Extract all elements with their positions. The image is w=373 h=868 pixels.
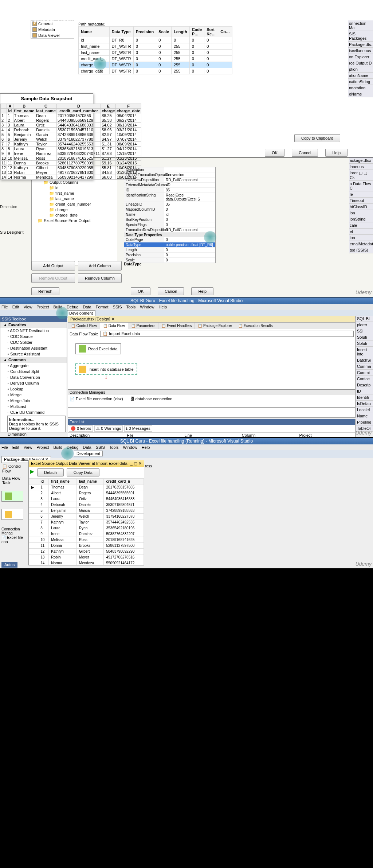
progress-tab-cut: ress — [145, 464, 152, 468]
sample-data-snapshot-window: Sample Data Snapshot ABCDEF idfirst_name… — [0, 93, 93, 180]
errors-tab[interactable]: 🔴 0 Errors — [69, 425, 93, 432]
conn-excel[interactable]: 📄 Excel file connection (xlsx) — [70, 397, 123, 401]
folder-icon — [32, 27, 37, 32]
db-icon — [79, 366, 86, 373]
tab-controlflow[interactable]: 📋 Control Flow — [1, 463, 28, 474]
visual-studio-running: SQL BI Guru - Excel file handling (Runni… — [0, 437, 373, 568]
dft-label: Data Flow Task: — [1, 474, 28, 487]
io-tree[interactable]: 📁 Excel Source Output📁 External Columns📁… — [31, 167, 117, 265]
vs-toolbar[interactable]: Development — [0, 450, 373, 458]
help-button[interactable]: Help — [325, 149, 348, 157]
dv-title: Excel Source Output Data Viewer at Impor… — [31, 461, 127, 466]
conn-db[interactable]: 🗄 database connection — [130, 397, 173, 401]
play-icon[interactable]: ▶ — [30, 468, 34, 476]
dtprops-category: Data Type Properties — [124, 233, 215, 237]
folder-icon — [32, 33, 37, 38]
conn-header: Connection Managers — [68, 390, 355, 395]
db-icon — [5, 511, 12, 518]
ok-button[interactable]: OK — [131, 287, 150, 295]
config-dropdown[interactable]: Development — [74, 451, 103, 456]
error-arrow-icon: ↓ — [105, 374, 107, 380]
vs-menubar[interactable]: FileEditViewProjectBuildDebugDataFormatS… — [0, 304, 373, 310]
connection-managers[interactable]: Connection Managers 📄 Excel file connect… — [68, 389, 356, 408]
refresh-button[interactable]: Refresh — [31, 287, 59, 295]
udemy-watermark: Udemy — [356, 289, 372, 295]
udemy-watermark: Udemy — [356, 430, 372, 436]
property-grid[interactable]: Description ErrorOrTruncationOperationCo… — [124, 167, 216, 263]
udemy-watermark: Udemy — [356, 561, 372, 567]
tree-metadata[interactable]: Metadata — [31, 27, 74, 32]
common-category[interactable]: ▲ Common — [0, 357, 67, 363]
dft-label: Data Flow Task: — [70, 332, 98, 336]
close-icon[interactable]: ✕ — [138, 461, 142, 466]
read-excel-task[interactable]: Read Excel data — [75, 343, 121, 354]
vs-titlebar: SQL BI Guru - Excel file handling (Runni… — [0, 438, 373, 444]
data-viewer-window[interactable]: Excel Source Output Data Viewer at Impor… — [28, 460, 144, 565]
add-output-button[interactable]: Add Output — [31, 261, 75, 270]
read-excel-task[interactable] — [1, 491, 23, 502]
cancel-button[interactable]: Cancel — [158, 287, 184, 295]
datatype-desc: DataType — [124, 262, 142, 266]
error-list-panel[interactable]: Error List 🔴 0 Errors ⚠ 0 Warnings ℹ 0 M… — [68, 419, 356, 437]
visual-studio-design: SQL BI Guru - Excel file handling - Micr… — [0, 297, 373, 437]
excel-icon — [5, 493, 12, 500]
partial-right-panel: onnection MaSIS PackagesPackage.dts…isce… — [348, 20, 373, 97]
copy-data-button[interactable]: Copy Data — [67, 468, 99, 476]
remove-column-button[interactable]: Remove Column — [78, 273, 122, 283]
left-cut: SIS Designer t — [0, 230, 23, 234]
maximize-icon[interactable]: ▢ — [134, 461, 137, 466]
vs-titlebar: SQL BI Guru - Excel file handling - Micr… — [0, 297, 373, 304]
excel-icon — [79, 345, 86, 353]
messages-tab[interactable]: ℹ 0 Messages — [124, 425, 152, 432]
vs-menubar[interactable]: FileEditViewProjectBuildDebugDataSSISToo… — [0, 444, 373, 450]
config-dropdown[interactable]: Development — [67, 310, 95, 316]
tree-dataviewer[interactable]: Data Viewer — [31, 32, 74, 38]
add-column-button[interactable]: Add Column — [78, 261, 122, 270]
autos-panel[interactable]: Autos — [1, 562, 17, 568]
metadata-grid[interactable]: NameData TypePrecisionScaleLengthCode P…… — [78, 26, 232, 74]
copy-clipboard-button[interactable]: Copy to Clipboard — [294, 134, 340, 142]
detach-button[interactable]: Detach — [37, 468, 64, 476]
partial-right-panel: ackage.dtsxlaneouslorer ▢ ▢ Cka Data Flo… — [349, 157, 373, 253]
fav-category[interactable]: ▲ Favorites — [0, 322, 67, 328]
minimize-icon[interactable]: _ — [130, 461, 133, 466]
insert-db-task[interactable] — [1, 509, 23, 520]
ok-button[interactable]: OK — [265, 149, 284, 157]
conn-header: Connection Manag — [1, 527, 28, 535]
warnings-tab[interactable]: ⚠ 0 Warnings — [94, 425, 123, 432]
dv-grid[interactable]: idfirst_namelast_namecredit_card_n ▶1Tho… — [29, 478, 144, 565]
info-panel: Information... Drag a toolbox item to SS… — [7, 416, 66, 432]
ssis-toolbox[interactable]: SSIS Toolbox ▲ Favorites ▫ ADO NET Desti… — [0, 316, 67, 432]
file-info-line4: Video: h264, yuv420p, 1280x720, 678 kb/s… — [0, 17, 149, 25]
conn-excel[interactable]: 📄 Excel file con — [1, 535, 28, 544]
help-button[interactable]: Help — [191, 287, 213, 295]
snapshot-title: Sample Data Snapshot — [0, 94, 93, 104]
partial-right-panel: SQL BIplorerSSISolutiSolutiInsert intoBa… — [356, 316, 373, 432]
package-tab[interactable]: Package.dtsx [Design] ✕ — [68, 316, 355, 323]
dft-selector[interactable]: 📋 Import Excel data — [100, 331, 354, 337]
snapshot-grid: ABCDEF idfirst_namelast_namecredit_card_… — [0, 104, 141, 180]
cancel-button[interactable]: Cancel — [292, 149, 318, 157]
toolbox-header: SSIS Toolbox — [0, 316, 67, 322]
left-cut: Dimension — [0, 205, 17, 209]
remove-output-button[interactable]: Remove Output — [31, 273, 75, 283]
errorlist-header: Error List — [68, 419, 355, 425]
